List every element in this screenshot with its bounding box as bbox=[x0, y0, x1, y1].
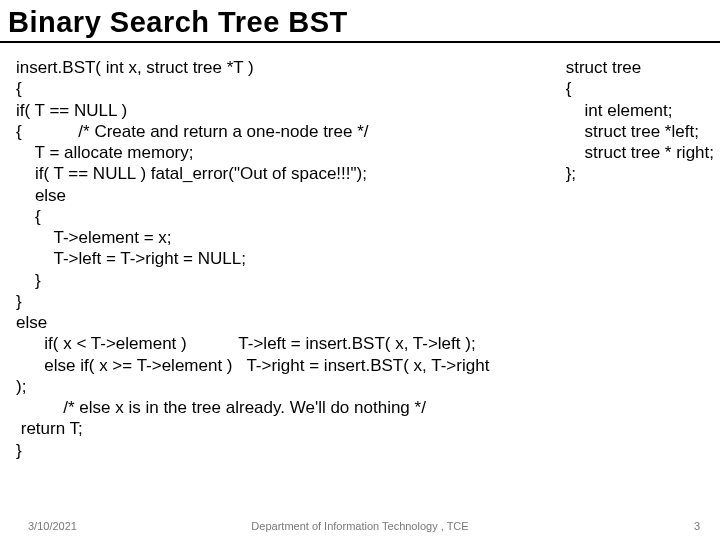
footer-department: Department of Information Technology , T… bbox=[251, 520, 468, 532]
footer-page-number: 3 bbox=[694, 520, 700, 532]
slide-title: Binary Search Tree BST bbox=[0, 0, 720, 43]
slide-content: insert.BST( int x, struct tree *T ) { if… bbox=[0, 43, 720, 461]
code-block-struct: struct tree { int element; struct tree *… bbox=[566, 57, 714, 185]
footer-date: 3/10/2021 bbox=[28, 520, 77, 532]
